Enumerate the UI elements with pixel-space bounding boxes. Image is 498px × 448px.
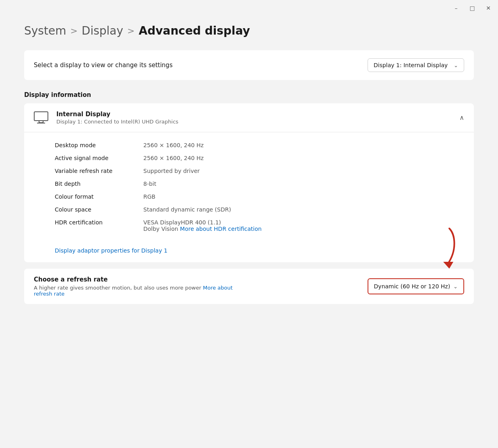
display-dropdown-chevron-icon: ⌄	[454, 62, 458, 68]
display-name: Internal Display	[56, 111, 178, 118]
refresh-rate-desc-text: A higher rate gives smoother motion, but…	[34, 285, 203, 291]
info-row-colour-space: Colour space Standard dynamic range (SDR…	[55, 203, 464, 216]
display-adapter-link[interactable]: Display adaptor properties for Display 1	[55, 247, 167, 254]
hdr-more-link[interactable]: More about HDR certification	[180, 226, 262, 232]
colour-format-value: RGB	[143, 193, 155, 200]
display-selector-card: Select a display to view or change its s…	[24, 50, 474, 80]
display-information-heading: Display information	[24, 91, 474, 99]
titlebar: – □ ✕	[0, 0, 498, 16]
svg-rect-0	[34, 112, 48, 121]
info-row-bit-depth: Bit depth 8-bit	[55, 177, 464, 190]
monitor-icon	[34, 111, 48, 124]
monitor-icon-container	[34, 111, 48, 124]
refresh-rate-wrapper: Choose a refresh rate A higher rate give…	[24, 269, 474, 304]
desktop-mode-value: 2560 × 1600, 240 Hz	[143, 142, 204, 148]
close-button[interactable]: ✕	[484, 3, 493, 13]
info-row-hdr: HDR certification VESA DisplayHDR 400 (1…	[55, 216, 464, 235]
bit-depth-label: Bit depth	[55, 181, 143, 187]
breadcrumb-sep2: >	[127, 26, 134, 36]
maximize-button[interactable]: □	[467, 3, 477, 13]
colour-space-label: Colour space	[55, 206, 143, 213]
refresh-rate-dropdown-chevron-icon: ⌄	[453, 284, 458, 290]
display-info-card: Internal Display Display 1: Connected to…	[24, 103, 474, 262]
hdr-value-line2: Dolby Vision More about HDR certificatio…	[143, 226, 262, 232]
refresh-rate-description: A higher rate gives smoother motion, but…	[34, 285, 308, 297]
svg-rect-1	[39, 121, 43, 123]
breadcrumb: System > Display > Advanced display	[24, 24, 474, 37]
refresh-rate-left: Choose a refresh rate A higher rate give…	[34, 276, 308, 297]
breadcrumb-current: Advanced display	[139, 24, 250, 37]
display-header-left: Internal Display Display 1: Connected to…	[34, 111, 178, 125]
display-info-rows: Desktop mode 2560 × 1600, 240 Hz Active …	[24, 132, 474, 242]
breadcrumb-sep1: >	[70, 26, 77, 36]
info-row-active-signal: Active signal mode 2560 × 1600, 240 Hz	[55, 152, 464, 164]
colour-format-label: Colour format	[55, 193, 143, 200]
main-content: System > Display > Advanced display Sele…	[0, 16, 498, 320]
breadcrumb-system[interactable]: System	[24, 24, 66, 37]
colour-space-value: Standard dynamic range (SDR)	[143, 206, 231, 213]
display-selector-label: Select a display to view or change its s…	[34, 62, 173, 69]
bit-depth-value: 8-bit	[143, 181, 156, 187]
display-selector-row: Select a display to view or change its s…	[34, 58, 464, 72]
desktop-mode-label: Desktop mode	[55, 142, 143, 148]
minimize-button[interactable]: –	[451, 3, 461, 13]
refresh-rate-dropdown-value: Dynamic (60 Hz or 120 Hz)	[374, 283, 450, 290]
variable-refresh-value: Supported by driver	[143, 168, 200, 174]
info-row-desktop-mode: Desktop mode 2560 × 1600, 240 Hz	[55, 139, 464, 152]
variable-refresh-label: Variable refresh rate	[55, 168, 143, 174]
display-adapter-link-container: Display adaptor properties for Display 1	[24, 242, 474, 262]
hdr-value-line1: VESA DisplayHDR 400 (1.1)	[143, 219, 262, 226]
info-row-variable-refresh: Variable refresh rate Supported by drive…	[55, 164, 464, 177]
display-dropdown-value: Display 1: Internal Display	[374, 62, 448, 68]
svg-marker-3	[443, 262, 453, 269]
display-collapse-icon[interactable]: ∧	[459, 114, 464, 121]
info-row-colour-format: Colour format RGB	[55, 190, 464, 203]
refresh-rate-card: Choose a refresh rate A higher rate give…	[24, 269, 474, 304]
breadcrumb-display[interactable]: Display	[82, 24, 123, 37]
display-header[interactable]: Internal Display Display 1: Connected to…	[24, 103, 474, 132]
display-header-text: Internal Display Display 1: Connected to…	[56, 111, 178, 125]
display-subtitle: Display 1: Connected to Intel(R) UHD Gra…	[56, 119, 178, 125]
hdr-label: HDR certification	[55, 219, 143, 226]
hdr-dolby-text: Dolby Vision	[143, 226, 180, 232]
active-signal-label: Active signal mode	[55, 155, 143, 161]
display-selector-dropdown[interactable]: Display 1: Internal Display ⌄	[368, 58, 464, 72]
refresh-rate-title: Choose a refresh rate	[34, 276, 308, 283]
refresh-rate-link2[interactable]: refresh rate	[34, 291, 64, 297]
refresh-rate-dropdown[interactable]: Dynamic (60 Hz or 120 Hz) ⌄	[368, 278, 464, 294]
refresh-rate-more-link[interactable]: More about	[203, 285, 233, 291]
hdr-value: VESA DisplayHDR 400 (1.1) Dolby Vision M…	[143, 219, 262, 232]
active-signal-value: 2560 × 1600, 240 Hz	[143, 155, 204, 161]
